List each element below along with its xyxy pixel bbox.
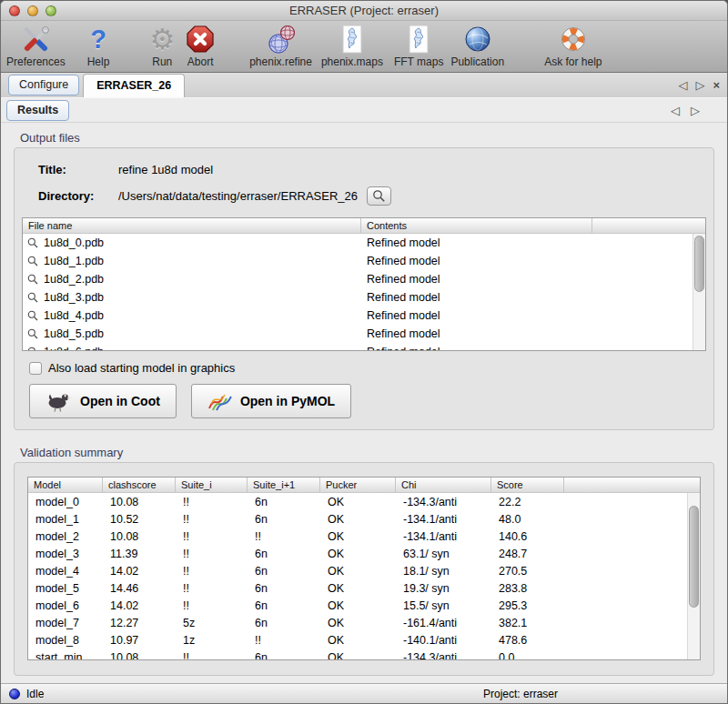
open-in-pymol-button[interactable]: Open in PyMOL bbox=[191, 384, 351, 418]
column-header-pucker[interactable]: Pucker bbox=[320, 478, 396, 492]
cell-pucker: OK bbox=[320, 634, 396, 647]
table-row[interactable]: model_2 10.08 !! !! OK -134.1/anti 140.6 bbox=[28, 528, 700, 545]
abort-icon bbox=[186, 23, 215, 55]
cell-pucker: OK bbox=[320, 530, 396, 543]
cell-score: 283.8 bbox=[491, 582, 564, 595]
table-row[interactable]: model_7 12.27 5z 6n OK -161.4/anti 382.1 bbox=[28, 614, 700, 631]
cell-model: model_3 bbox=[28, 548, 103, 560]
preferences-button[interactable]: Preferences bbox=[6, 21, 66, 68]
tab-scroll-left-icon[interactable]: ◁ bbox=[678, 78, 687, 92]
tab-close-icon[interactable]: × bbox=[713, 78, 720, 92]
magnifier-icon bbox=[27, 237, 38, 248]
abort-button[interactable]: Abort bbox=[186, 21, 215, 68]
table-row[interactable]: 1u8d_4.pdb Refined model bbox=[23, 307, 705, 325]
tab-scroll-right-icon[interactable]: ▷ bbox=[695, 78, 704, 92]
project-label: Project: erraser bbox=[483, 688, 558, 700]
column-header-score[interactable]: Score bbox=[491, 478, 564, 492]
validation-summary-group: Model clashscore Suite_i Suite_i+1 Pucke… bbox=[14, 462, 714, 676]
toolbar: Preferences ? Help ⚙ Run Abort bbox=[1, 21, 727, 73]
scrollbar-track[interactable] bbox=[687, 493, 700, 659]
cell-score: 140.6 bbox=[491, 530, 564, 543]
open-in-coot-button[interactable]: Open in Coot bbox=[29, 384, 177, 418]
ask-for-help-button[interactable]: Ask for help bbox=[544, 21, 602, 68]
run-button[interactable]: ⚙ Run bbox=[149, 21, 175, 68]
table-row[interactable]: 1u8d_1.pdb Refined model bbox=[23, 252, 705, 270]
cell-score: 48.0 bbox=[491, 513, 564, 526]
table-row[interactable]: 1u8d_0.pdb Refined model bbox=[23, 234, 705, 252]
cell-clashscore: 10.52 bbox=[103, 513, 176, 526]
minimize-window-button[interactable] bbox=[27, 5, 38, 16]
table-row[interactable]: 1u8d_2.pdb Refined model bbox=[23, 270, 705, 288]
cell-suite-i: 1z bbox=[176, 634, 248, 647]
browse-directory-button[interactable] bbox=[367, 186, 391, 206]
phenix-refine-button[interactable]: phenix.refine bbox=[249, 21, 312, 68]
column-header-empty[interactable] bbox=[592, 218, 705, 233]
open-in-coot-label: Open in Coot bbox=[80, 394, 160, 408]
table-row[interactable]: 1u8d_3.pdb Refined model bbox=[23, 288, 705, 307]
cell-clashscore: 12.27 bbox=[103, 617, 176, 629]
cell-score: 22.2 bbox=[491, 496, 564, 508]
toolbar-item-label: phenix.maps bbox=[321, 55, 383, 68]
output-files-section-label: Output files bbox=[20, 131, 714, 145]
cell-pucker: OK bbox=[320, 565, 396, 578]
directory-value: /Users/nat/data/testing/erraser/ERRASER_… bbox=[118, 189, 358, 203]
cell-chi: -134.1/anti bbox=[396, 530, 491, 543]
cell-suite-i1: 6n bbox=[248, 496, 320, 508]
column-header-model[interactable]: Model bbox=[28, 478, 103, 492]
scrollbar-thumb[interactable] bbox=[689, 506, 699, 608]
table-row[interactable]: model_6 14.02 !! 6n OK 15.5/ syn 295.3 bbox=[28, 597, 700, 614]
scrollbar-thumb[interactable] bbox=[694, 236, 704, 292]
file-name: 1u8d_2.pdb bbox=[44, 273, 104, 286]
cell-clashscore: 10.08 bbox=[103, 530, 176, 543]
magnifier-icon bbox=[27, 292, 38, 303]
tab-results[interactable]: Results bbox=[6, 100, 69, 121]
publication-globe-icon bbox=[464, 23, 491, 55]
column-header-file-name[interactable]: File name bbox=[23, 218, 361, 233]
cell-suite-i1: 6n bbox=[248, 582, 320, 595]
load-starting-model-checkbox[interactable] bbox=[29, 362, 42, 375]
column-header-empty[interactable] bbox=[564, 478, 700, 492]
fft-maps-button[interactable]: FFT maps bbox=[394, 21, 443, 68]
scrollbar-track[interactable] bbox=[693, 234, 705, 350]
toolbar-item-label: Preferences bbox=[6, 55, 66, 68]
open-in-pymol-label: Open in PyMOL bbox=[240, 394, 335, 408]
directory-label: Directory: bbox=[38, 189, 118, 203]
table-row[interactable]: model_4 14.02 !! 6n OK 18.1/ syn 270.5 bbox=[28, 562, 700, 579]
tab-erraser-26[interactable]: ERRASER_26 bbox=[83, 74, 185, 97]
table-row[interactable]: 1u8d_6.pdb Refined model bbox=[23, 343, 705, 351]
toolbar-item-label: Publication bbox=[450, 55, 504, 68]
column-header-chi[interactable]: Chi bbox=[396, 478, 491, 492]
table-row[interactable]: 1u8d_5.pdb Refined model bbox=[23, 325, 705, 343]
column-header-suite-i1[interactable]: Suite_i+1 bbox=[248, 478, 320, 492]
cell-clashscore: 10.08 bbox=[103, 496, 176, 508]
validation-table: Model clashscore Suite_i Suite_i+1 Pucke… bbox=[27, 477, 701, 660]
column-header-suite-i[interactable]: Suite_i bbox=[176, 478, 248, 492]
table-row[interactable]: start_min 10.08 !! 6n OK -134.3/anti 0.0 bbox=[28, 649, 700, 660]
cell-score: 0.0 bbox=[491, 651, 564, 661]
cell-model: model_8 bbox=[28, 634, 103, 647]
tab-configure[interactable]: Configure bbox=[8, 75, 79, 96]
column-header-clashscore[interactable]: clashscore bbox=[103, 478, 176, 492]
close-window-button[interactable] bbox=[9, 5, 20, 16]
cell-chi: -134.1/anti bbox=[396, 513, 491, 526]
toolbar-item-label: FFT maps bbox=[394, 55, 443, 68]
file-contents: Refined model bbox=[361, 255, 592, 267]
phenix-maps-button[interactable]: phenix.maps bbox=[321, 21, 383, 68]
cell-model: model_0 bbox=[28, 496, 103, 508]
table-row[interactable]: model_1 10.52 !! 6n OK -134.1/anti 48.0 bbox=[28, 510, 700, 528]
help-button[interactable]: ? Help bbox=[87, 21, 110, 68]
subtab-scroll-left-icon[interactable]: ◁ bbox=[671, 104, 680, 117]
cell-model: model_1 bbox=[28, 513, 103, 526]
publication-button[interactable]: Publication bbox=[450, 21, 504, 68]
column-header-contents[interactable]: Contents bbox=[361, 218, 592, 233]
file-contents: Refined model bbox=[361, 346, 592, 351]
zoom-window-button[interactable] bbox=[46, 5, 56, 16]
table-row[interactable]: model_0 10.08 !! 6n OK -134.3/anti 22.2 bbox=[28, 493, 700, 510]
table-row[interactable]: model_3 11.39 !! 6n OK 63.1/ syn 248.7 bbox=[28, 545, 700, 562]
table-row[interactable]: model_5 14.46 !! 6n OK 19.3/ syn 283.8 bbox=[28, 579, 700, 597]
subtab-scroll-right-icon[interactable]: ▷ bbox=[691, 104, 700, 117]
file-name: 1u8d_0.pdb bbox=[44, 236, 104, 249]
status-bar: Idle Project: erraser bbox=[1, 683, 727, 703]
table-row[interactable]: model_8 10.97 1z !! OK -140.1/anti 478.6 bbox=[28, 631, 700, 649]
cell-model: model_2 bbox=[28, 530, 103, 543]
